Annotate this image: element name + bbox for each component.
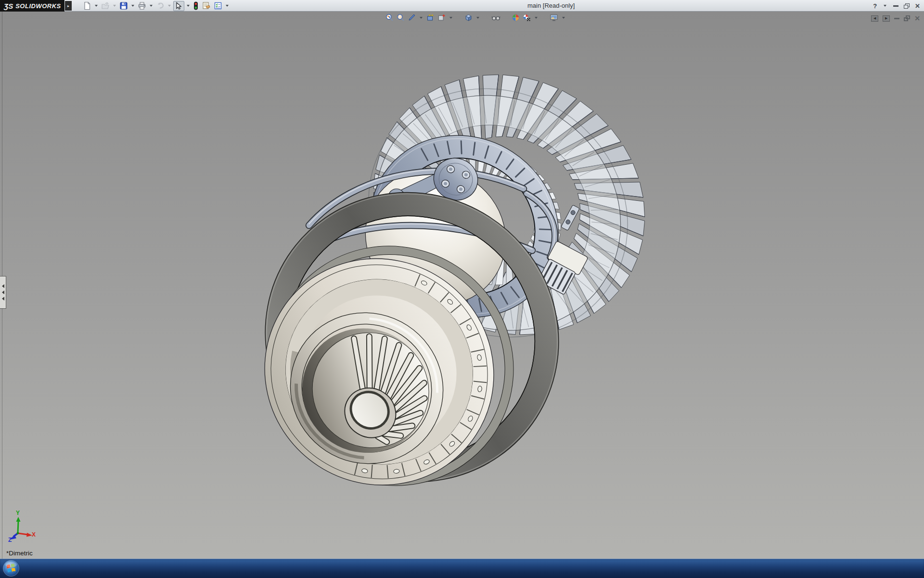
pane-left-button[interactable]: ◀ (871, 15, 878, 22)
headsup-view-toolbar (385, 13, 566, 22)
title-bar: ƷS SOLIDWORKS ▸ (0, 0, 924, 12)
undo-arrow-icon (156, 1, 165, 10)
section-view-button[interactable] (426, 13, 435, 22)
options-button[interactable] (213, 1, 223, 11)
print-dropdown-caret[interactable] (150, 5, 153, 7)
featuremanager-collapse-tab[interactable] (0, 276, 6, 309)
print-button[interactable] (137, 1, 147, 11)
menu-expand-arrow-icon[interactable]: ▸ (65, 1, 72, 11)
zoom-to-fit-button[interactable] (385, 13, 394, 22)
hide-show-items-glasses-icon (491, 13, 500, 22)
triad-z-label: Z (8, 537, 12, 543)
close-button[interactable]: ✕ (915, 3, 920, 9)
select-cursor-icon (175, 2, 183, 10)
start-button[interactable] (2, 559, 20, 578)
print-icon (138, 1, 146, 10)
options-dropdown-caret[interactable] (226, 5, 229, 7)
view-orientation-label: *Dimetric (6, 550, 33, 557)
dynamic-annotation-views-button[interactable] (437, 13, 446, 22)
view-settings-button[interactable] (549, 13, 559, 22)
minimize-button[interactable] (893, 5, 898, 7)
select-button[interactable] (173, 1, 184, 11)
new-document-icon (83, 1, 91, 10)
document-window-controls: ◀ ▶ ✕ (871, 15, 920, 22)
rebuild-stoplight-icon (193, 1, 199, 10)
document-title: main [Read-only] (527, 2, 575, 9)
view-orientation-caret[interactable] (476, 17, 479, 19)
doc-restore-button[interactable] (904, 15, 910, 21)
previous-view-icon (408, 13, 416, 22)
pane-right-button[interactable]: ▶ (883, 15, 890, 22)
collapse-arrow-icon (2, 290, 4, 294)
edit-appearance-button[interactable] (511, 13, 520, 22)
previous-view-caret[interactable] (420, 17, 423, 19)
windows-taskbar: e C:\_ (0, 559, 924, 578)
select-dropdown-caret[interactable] (187, 5, 190, 7)
doc-minimize-button[interactable] (894, 18, 899, 19)
view-settings-caret[interactable] (562, 17, 565, 19)
graphics-viewport[interactable]: ◀ ▶ ✕ Y X Z *Dimetric (0, 12, 924, 559)
open-folder-icon (101, 1, 110, 10)
edit-appearance-ball-icon (512, 13, 520, 22)
view-orientation-button[interactable] (464, 13, 473, 22)
solidworks-window: ƷS SOLIDWORKS ▸ (0, 0, 924, 578)
view-orientation-cube-icon (464, 13, 473, 22)
undo-dropdown-caret[interactable] (168, 5, 171, 7)
undo-button[interactable] (155, 1, 166, 11)
new-button[interactable] (82, 1, 92, 11)
options-list-icon (214, 1, 222, 10)
engine-model[interactable] (0, 12, 924, 559)
section-view-icon (426, 13, 435, 22)
solidworks-logo-icon: ƷS (4, 2, 13, 10)
dynamic-annotation-caret[interactable] (449, 17, 452, 19)
triad-y-label: Y (16, 510, 20, 516)
triad-x-label: X (32, 531, 36, 538)
zoom-to-area-icon (397, 13, 405, 22)
rebuild-button[interactable] (192, 1, 200, 11)
zoom-to-fit-icon (385, 13, 394, 22)
windows-start-orb-icon (2, 560, 20, 577)
save-button[interactable] (118, 1, 129, 11)
save-floppy-icon (119, 1, 128, 10)
collapse-arrow-icon (2, 284, 4, 288)
apply-scene-icon (523, 13, 531, 22)
apply-scene-button[interactable] (522, 13, 531, 22)
solidworks-logo-text: SOLIDWORKS (15, 2, 61, 10)
apply-scene-caret[interactable] (535, 17, 538, 19)
hide-show-items-button[interactable] (491, 13, 501, 22)
file-properties-icon (202, 1, 211, 10)
view-settings-icon (550, 13, 558, 22)
dynamic-annotation-views-icon (437, 13, 446, 22)
standard-toolbar (82, 0, 230, 12)
help-dropdown-caret[interactable] (884, 5, 886, 7)
open-button[interactable] (100, 1, 111, 11)
previous-view-button[interactable] (407, 13, 416, 22)
window-controls: ? ✕ (873, 0, 920, 12)
restore-button[interactable] (904, 3, 910, 9)
save-dropdown-caret[interactable] (131, 5, 134, 7)
file-properties-button[interactable] (201, 1, 212, 11)
collapse-arrow-icon (2, 297, 4, 301)
doc-close-button[interactable]: ✕ (914, 15, 920, 22)
solidworks-logo: ƷS SOLIDWORKS (0, 0, 64, 12)
new-dropdown-caret[interactable] (95, 5, 98, 7)
help-button[interactable]: ? (873, 2, 877, 10)
zoom-to-area-button[interactable] (396, 13, 405, 22)
open-dropdown-caret[interactable] (113, 5, 116, 7)
